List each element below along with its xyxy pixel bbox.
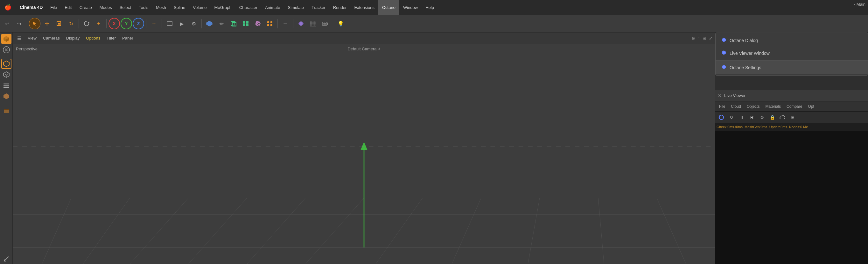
viewport-display[interactable]: Display [64,35,82,41]
lv-menu-materials[interactable]: Materials [763,104,783,109]
dropdown-separator [716,60,868,60]
select-mode-button[interactable] [29,18,40,29]
lv-menu-compare[interactable]: Compare [784,104,805,109]
live-viewer-close[interactable]: ✕ [718,93,722,98]
octane-settings-item[interactable]: Octane Settings [716,61,868,74]
live-viewer-window-item[interactable]: Live Viewer Window [716,47,868,60]
pen-tool-button[interactable]: ✏ [216,18,227,29]
menu-window[interactable]: Window [399,0,422,15]
menu-spline[interactable]: Spline [170,0,189,15]
join-button[interactable]: ⊣ [280,18,291,29]
lv-r-icon[interactable]: R [747,113,757,122]
viewport-move-icon[interactable]: ⊕ [691,36,695,41]
lv-menu-objects[interactable]: Objects [744,104,762,109]
morph-button[interactable] [295,18,307,29]
settings-button[interactable]: ⚙ [188,18,199,29]
move-button[interactable]: ✛ [41,18,53,29]
live-viewer-title: Live Viewer [724,93,745,98]
menu-file[interactable]: File [46,0,61,15]
lv-menu-cloud[interactable]: Cloud [728,104,743,109]
menu-mesh[interactable]: Mesh [152,0,170,15]
lv-expand-icon[interactable]: ⊞ [788,113,797,122]
menu-mograph[interactable]: MoGraph [211,0,236,15]
menu-tracker[interactable]: Tracker [308,0,329,15]
sidebar-layer-icon[interactable] [1,80,11,90]
menu-extensions[interactable]: Extensions [350,0,378,15]
lv-gear-icon[interactable]: ⚙ [757,113,767,122]
lv-pause-icon[interactable]: ⏸ [737,113,746,122]
sidebar-measure-icon[interactable] [1,254,11,264]
lv-spin-icon[interactable] [717,113,726,122]
sidebar-plain-icon[interactable] [1,91,11,101]
sidebar-checker-icon[interactable] [1,45,11,55]
menu-modes[interactable]: Modes [96,0,116,15]
z-axis-button[interactable]: Z [133,18,144,29]
viewport-camera-icon: ✳ [378,47,380,51]
menu-tools[interactable]: Tools [135,0,152,15]
octane-dialog-item[interactable]: Octane Dialog [716,34,868,47]
sidebar-brown-box-icon[interactable] [1,105,11,115]
live-viewer-status-text: Check:0ms./0ms. MeshGen:0ms. Update0ms. … [717,125,808,129]
sidebar-obj-icon[interactable] [1,70,11,80]
menu-simulate[interactable]: Simulate [284,0,308,15]
lv-menu-file[interactable]: File [717,104,728,109]
menu-create[interactable]: Create [76,0,96,15]
undo-button[interactable]: ↩ [1,18,13,29]
3d-perspective-button[interactable] [204,18,215,29]
x-axis-button[interactable]: X [108,18,120,29]
menu-help[interactable]: Help [422,0,438,15]
viewport-fullscreen-icon[interactable]: ⤢ [709,36,713,41]
viewport-options[interactable]: Options [84,35,102,41]
scale-button[interactable] [53,18,65,29]
menu-animate[interactable]: Animate [261,0,284,15]
viewport-view[interactable]: View [26,35,38,41]
octane-dialog-icon [721,37,726,44]
y-axis-button[interactable]: Y [121,18,132,29]
main-label: - Main [854,2,865,7]
svg-rect-11 [243,21,245,24]
add-object-button[interactable]: + [93,18,104,29]
apple-logo[interactable]: 🍎 [0,4,16,11]
viewport-canvas[interactable]: Perspective Default Camera ✳ [13,44,715,264]
octane-settings-icon [721,64,726,71]
menu-octane[interactable]: Octane [378,0,399,15]
lv-cloud-icon[interactable] [778,113,787,122]
live-viewer-canvas[interactable] [715,131,868,264]
viewport-maximize-icon[interactable]: ⊞ [703,36,706,41]
menu-render[interactable]: Render [329,0,351,15]
svg-rect-13 [243,24,245,26]
svg-point-24 [300,21,303,26]
viewport-camera-label: Default Camera ✳ [347,47,380,51]
menu-volume[interactable]: Volume [189,0,210,15]
sidebar-mode-icon[interactable] [1,59,11,69]
view-single-button[interactable] [164,18,175,29]
viewport-cameras[interactable]: Cameras [41,35,62,41]
octane-dropdown: Octane Dialog Live Viewer Window [715,32,868,76]
lv-lock-icon[interactable]: 🔒 [768,113,777,122]
lv-refresh-icon[interactable]: ↻ [727,113,736,122]
light-button[interactable]: 💡 [335,18,346,29]
viewport-up-icon[interactable]: ↑ [698,36,700,41]
menu-character[interactable]: Character [236,0,261,15]
lv-menu-opt[interactable]: Opt [805,104,816,109]
svg-rect-19 [267,21,269,23]
arrow-right-button[interactable]: → [148,18,160,29]
live-viewer-window-label: Live Viewer Window [730,51,770,56]
app-name: Cinema 4D [16,5,46,10]
viewport-menu-toggle[interactable]: ☰ [15,35,23,42]
menu-edit[interactable]: Edit [61,0,75,15]
camera-button[interactable] [319,18,331,29]
redo-button[interactable]: ↪ [13,18,25,29]
viewport-panel[interactable]: Panel [120,35,134,41]
viewport-filter[interactable]: Filter [105,35,118,41]
play-button[interactable]: ▶ [176,18,187,29]
sidebar-cube-icon[interactable] [1,34,11,44]
grid-view-button[interactable] [240,18,251,29]
transform-reset-button[interactable] [81,18,92,29]
texture-button[interactable] [307,18,319,29]
box-wireframe-button[interactable] [228,18,239,29]
menu-select[interactable]: Select [116,0,135,15]
rotate-button[interactable]: ↻ [65,18,77,29]
array-button[interactable] [264,18,276,29]
atom-view-button[interactable] [252,18,264,29]
